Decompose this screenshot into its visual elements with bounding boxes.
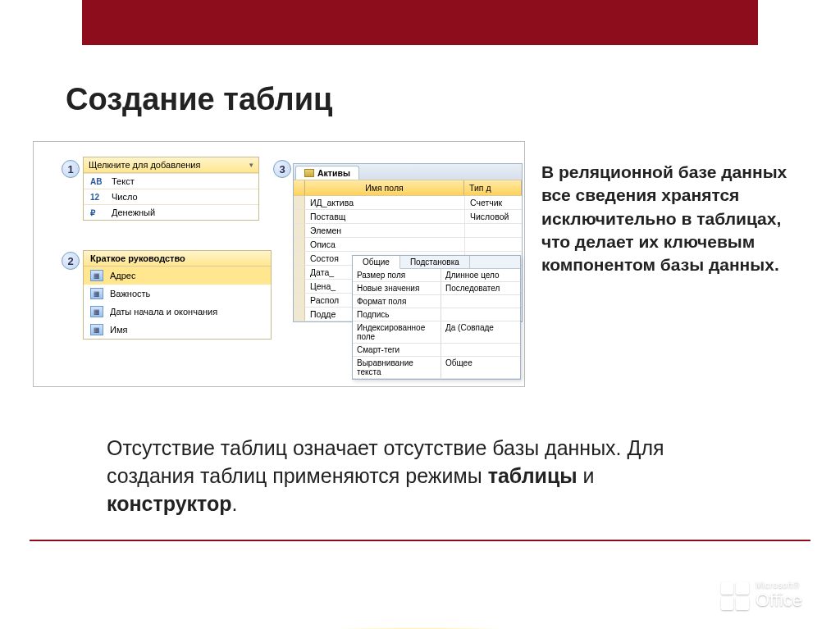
tab-assets[interactable]: Активы bbox=[295, 166, 359, 180]
quickstart-item-address[interactable]: ▦ Адрес bbox=[84, 267, 271, 285]
add-field-menu-title: Щелкните для добавления bbox=[89, 160, 200, 170]
add-field-menu: Щелкните для добавления ▾ AB Текст 12 Чи… bbox=[83, 157, 259, 221]
currency-type-icon: ₽ bbox=[90, 208, 105, 217]
quickstart-item-dates[interactable]: ▦ Даты начала и окончания bbox=[84, 303, 271, 321]
table-row[interactable]: Описа bbox=[294, 238, 522, 252]
quickstart-item-priority[interactable]: ▦ Важность bbox=[84, 285, 271, 303]
property-row[interactable]: Смарт-теги bbox=[353, 344, 520, 357]
callout-2: 2 bbox=[62, 252, 80, 270]
table-row[interactable]: ИД_активаСчетчик bbox=[294, 196, 522, 210]
quickstart-header: Краткое руководство bbox=[84, 251, 271, 267]
property-row[interactable]: Формат поля bbox=[353, 295, 520, 308]
quickstart-item-label: Адрес bbox=[110, 271, 136, 280]
table-icon: ▦ bbox=[90, 288, 103, 299]
property-row[interactable]: Размер поляДлинное цело bbox=[353, 269, 520, 282]
callout-1: 1 bbox=[62, 160, 80, 178]
properties-tabs: Общие Подстановка bbox=[353, 256, 520, 269]
menu-item-number[interactable]: 12 Число bbox=[84, 189, 258, 204]
table-icon bbox=[304, 169, 314, 177]
accent-bar-top bbox=[82, 0, 758, 45]
screenshot-cluster: 1 2 3 Щелкните для добавления ▾ AB Текст… bbox=[33, 141, 525, 387]
menu-item-label: Текст bbox=[112, 176, 135, 186]
table-row[interactable]: Элемен bbox=[294, 224, 522, 238]
office-logo-tiles-icon bbox=[721, 582, 749, 610]
menu-item-text[interactable]: AB Текст bbox=[84, 173, 258, 189]
table-icon: ▦ bbox=[90, 270, 103, 281]
number-type-icon: 12 bbox=[90, 193, 105, 202]
column-field-name: Имя поля bbox=[305, 180, 464, 195]
body-text: и bbox=[578, 464, 595, 487]
table-icon: ▦ bbox=[90, 324, 103, 335]
quickstart-panel: Краткое руководство ▦ Адрес ▦ Важность ▦… bbox=[83, 250, 272, 340]
table-icon: ▦ bbox=[90, 306, 103, 317]
table-tabstrip: Активы bbox=[294, 164, 522, 180]
brand-small: Microsoft® bbox=[756, 581, 802, 590]
bold-word-designer: конструктор bbox=[107, 492, 232, 515]
callout-3: 3 bbox=[273, 160, 291, 178]
design-header-row: Имя поля Тип д bbox=[294, 180, 522, 196]
body-paragraph-1: В реляционной базе данных все сведения х… bbox=[541, 161, 812, 277]
property-row[interactable]: Новые значенияПоследовател bbox=[353, 282, 520, 295]
quickstart-item-label: Важность bbox=[110, 289, 150, 299]
quickstart-item-label: Имя bbox=[110, 325, 127, 335]
body-paragraph-2: Отсутствие таблиц означает отсутствие ба… bbox=[107, 435, 730, 517]
office-logo: Microsoft® Office bbox=[721, 581, 802, 611]
bold-word-tables: таблицы bbox=[488, 464, 578, 487]
property-row[interactable]: Подпись bbox=[353, 308, 520, 321]
brand-name: Office bbox=[756, 590, 802, 610]
property-row[interactable]: Выравнивание текстаОбщее bbox=[353, 357, 520, 379]
footer-swoosh bbox=[0, 539, 840, 629]
property-row[interactable]: Индексированное полеДа (Совпаде bbox=[353, 321, 520, 344]
column-field-type: Тип д bbox=[464, 180, 522, 195]
text-type-icon: AB bbox=[90, 177, 105, 186]
quickstart-item-label: Даты начала и окончания bbox=[110, 307, 217, 317]
tab-lookup[interactable]: Подстановка bbox=[400, 256, 470, 268]
menu-item-label: Денежный bbox=[112, 207, 155, 217]
quickstart-item-name[interactable]: ▦ Имя bbox=[84, 321, 271, 339]
table-row[interactable]: ПоставщЧисловой bbox=[294, 210, 522, 224]
tab-label: Активы bbox=[317, 168, 350, 178]
body-text: . bbox=[232, 492, 238, 515]
tab-general[interactable]: Общие bbox=[353, 256, 400, 269]
slide-title: Создание таблиц bbox=[66, 82, 332, 117]
field-properties-panel: Общие Подстановка Размер поляДлинное цел… bbox=[352, 255, 521, 380]
menu-item-label: Число bbox=[112, 192, 138, 202]
menu-item-currency[interactable]: ₽ Денежный bbox=[84, 204, 258, 220]
chevron-down-icon: ▾ bbox=[249, 161, 253, 169]
row-selector-header bbox=[294, 180, 305, 195]
add-field-menu-header[interactable]: Щелкните для добавления ▾ bbox=[84, 157, 258, 173]
